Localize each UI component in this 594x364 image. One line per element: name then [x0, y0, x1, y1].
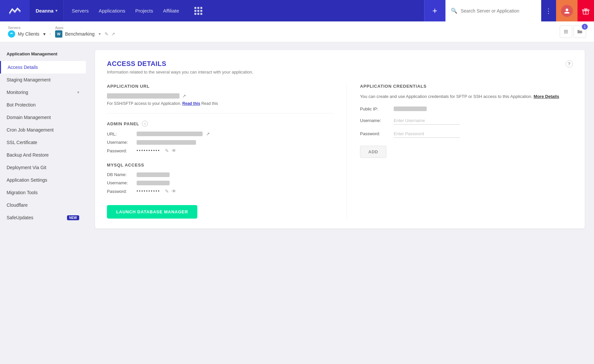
sidebar-item-bot-protection[interactable]: Bot Protection	[0, 99, 86, 111]
read-this-link[interactable]: Read this	[182, 101, 200, 106]
mysql-username-row: Username:	[107, 180, 333, 185]
logo[interactable]	[0, 0, 30, 21]
external-link-icon[interactable]: ↗	[111, 31, 115, 37]
avatar-circle	[561, 5, 573, 17]
edit-icon[interactable]: ✎	[105, 31, 109, 37]
username-label: Username:	[107, 140, 133, 145]
url-label: URL:	[107, 132, 133, 136]
creds-username-input[interactable]	[394, 117, 460, 125]
server-value: My Clients ▾	[8, 30, 46, 38]
app-url-value	[107, 93, 180, 99]
sidebar-label: Application Settings	[7, 177, 47, 183]
sidebar-label: Deployment Via Git	[7, 165, 46, 170]
access-details-card: ACCESS DETAILS ? Information related to …	[95, 50, 585, 228]
plus-icon: +	[432, 6, 437, 16]
admin-url-value	[137, 132, 203, 136]
sidebar-item-deployment[interactable]: Deployment Via Git	[0, 161, 86, 174]
nav-affiliate[interactable]: Affiliate	[163, 8, 179, 14]
ssh-note: For SSH/SFTP access to your Application.…	[107, 101, 333, 106]
user-avatar[interactable]	[556, 0, 578, 21]
servers-label: Servers	[8, 26, 46, 30]
sidebar-title: Application Management	[0, 51, 86, 61]
read-this-text: Read this	[201, 101, 218, 106]
two-column-layout: APPLICATION URL ↗ For SSH/SFTP access to…	[107, 84, 573, 219]
app-url-section: APPLICATION URL ↗ For SSH/SFTP access to…	[107, 84, 333, 106]
section-subtitle: Information related to the several ways …	[107, 70, 573, 75]
sidebar-item-cron[interactable]: Cron Job Management	[0, 124, 86, 136]
sidebar-item-domain[interactable]: Domain Management	[0, 111, 86, 124]
admin-url-row: URL: ↗	[107, 131, 333, 136]
db-name-value	[137, 172, 170, 177]
show-password-icon[interactable]: 👁	[172, 148, 176, 153]
nav-projects[interactable]: Projects	[135, 8, 153, 14]
sidebar-item-staging[interactable]: Staging Management	[0, 74, 86, 86]
show-mysql-password-icon[interactable]: 👁	[172, 189, 176, 194]
svg-point-0	[566, 9, 568, 11]
add-button[interactable]: +	[424, 0, 446, 21]
breadcrumb: Servers My Clients ▾ › Apps W Benchmarki…	[0, 21, 594, 42]
sidebar-item-ssl[interactable]: SSL Certificate	[0, 136, 86, 149]
gift-button[interactable]	[578, 0, 594, 21]
admin-username-value	[137, 140, 196, 145]
sidebar-label: Cron Job Management	[7, 127, 53, 133]
db-name-label: DB Name:	[107, 172, 133, 177]
app-url-row: ↗	[107, 93, 333, 99]
app-url-title: APPLICATION URL	[107, 84, 333, 89]
creds-username-row: Username:	[360, 117, 573, 125]
dots-icon: ⋮	[545, 7, 552, 15]
apps-grid-icon[interactable]	[189, 7, 208, 15]
breadcrumb-right-actions: 1	[560, 25, 586, 38]
svg-rect-7	[564, 33, 568, 33]
app-dropdown-icon[interactable]: ▾	[99, 32, 101, 36]
mysql-username-value	[137, 181, 170, 185]
server-breadcrumb: Servers My Clients ▾	[8, 26, 46, 38]
sidebar-item-monitoring[interactable]: Monitoring ▾	[0, 86, 86, 99]
breadcrumb-separator: ›	[50, 31, 51, 36]
nav-applications[interactable]: Applications	[99, 8, 125, 14]
app-value: W Benchmarking ▾ ✎ ↗	[55, 30, 115, 38]
password-label: Password:	[107, 148, 133, 153]
more-options-button[interactable]: ⋮	[541, 0, 556, 21]
sidebar-item-app-settings[interactable]: Application Settings	[0, 174, 86, 186]
more-details-link[interactable]: More Details	[534, 94, 559, 99]
info-icon[interactable]: i	[142, 121, 148, 127]
nav-servers[interactable]: Servers	[72, 8, 89, 14]
search-icon: 🔍	[451, 8, 457, 14]
list-view-button[interactable]	[560, 25, 572, 38]
sidebar-item-cloudflare[interactable]: Cloudflare	[0, 199, 86, 211]
admin-panel-section: ADMIN PANEL i URL: ↗ Username:	[107, 121, 333, 153]
folder-view-button[interactable]: 1	[574, 25, 586, 38]
app-breadcrumb: Apps W Benchmarking ▾ ✎ ↗	[55, 26, 115, 38]
creds-password-input[interactable]	[394, 130, 460, 138]
edit-password-icon[interactable]: ✎	[165, 148, 169, 153]
mysql-section: MYSQL ACCESS DB Name: Username: Password…	[107, 163, 333, 219]
external-link-icon[interactable]: ↗	[182, 93, 186, 99]
svg-point-4	[11, 33, 12, 34]
user-menu[interactable]: Deanna ▾	[30, 0, 64, 21]
sidebar-label: Cloudflare	[7, 202, 28, 208]
sidebar-label: SafeUpdates	[7, 215, 33, 220]
public-ip-value	[394, 106, 427, 111]
admin-ext-link-icon[interactable]: ↗	[206, 131, 210, 136]
nav-right: + 🔍 ⋮	[424, 0, 594, 21]
add-credentials-button[interactable]: ADD	[360, 146, 386, 158]
sidebar-item-migration[interactable]: Migration Tools	[0, 186, 86, 199]
server-icon	[8, 30, 15, 38]
sidebar-item-safeupdates[interactable]: SafeUpdates NEW	[0, 211, 86, 224]
admin-password-row: Password: •••••••••• ✎ 👁	[107, 148, 333, 153]
divider	[107, 113, 333, 113]
sidebar-item-backup[interactable]: Backup And Restore	[0, 149, 86, 161]
apps-label: Apps	[55, 26, 115, 30]
server-dropdown-icon[interactable]: ▾	[43, 31, 46, 37]
mysql-username-label: Username:	[107, 180, 133, 185]
sidebar: Application Management Access Details St…	[0, 42, 86, 363]
search-bar[interactable]: 🔍	[446, 0, 541, 21]
admin-password-icons: ✎ 👁	[165, 148, 176, 153]
sidebar-label: Monitoring	[7, 90, 28, 95]
edit-mysql-password-icon[interactable]: ✎	[165, 189, 169, 194]
public-ip-row: Public IP:	[360, 106, 573, 111]
launch-db-manager-button[interactable]: LAUNCH DATABASE MANAGER	[107, 205, 197, 219]
help-icon[interactable]: ?	[566, 60, 573, 68]
sidebar-item-access-details[interactable]: Access Details	[0, 61, 86, 74]
search-input[interactable]	[461, 8, 533, 14]
